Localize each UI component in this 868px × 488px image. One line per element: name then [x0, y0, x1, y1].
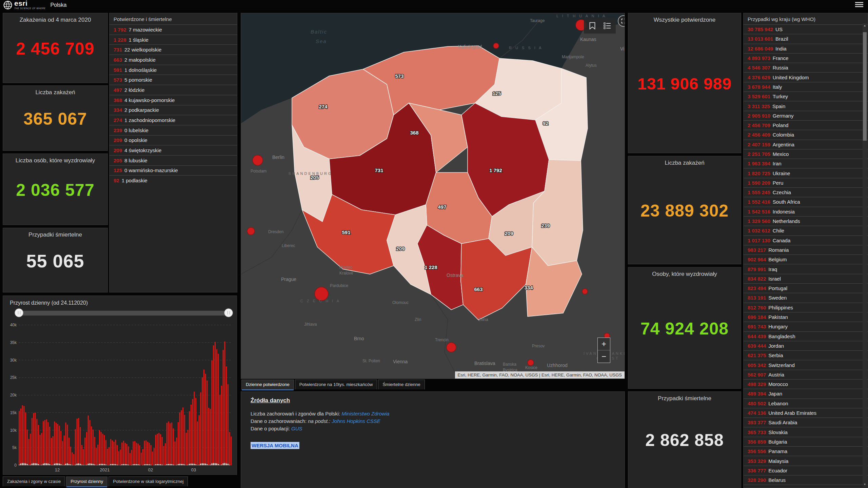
- chart-tab-tab[interactable]: Potwierdzone w skali logarytmicznej: [108, 476, 188, 486]
- list-item[interactable]: 902 964Belgium: [744, 255, 868, 264]
- country-list[interactable]: 30 785 942US13 013 601Brazil12 686 049In…: [744, 24, 868, 488]
- map-tab-active[interactable]: Dzienne potwierdzone: [241, 380, 294, 389]
- map-tab-tab[interactable]: Śmiertelne dzienne: [378, 380, 425, 389]
- list-item[interactable]: 365 733Slovakia: [744, 427, 868, 436]
- list-item[interactable]: 5911 dolnośląskie: [110, 65, 237, 75]
- list-item[interactable]: 328 290Belarus: [744, 475, 868, 485]
- country-list-scrollbar[interactable]: ▲ ▼: [863, 23, 867, 487]
- case-cluster-dot[interactable]: [315, 287, 328, 301]
- list-item[interactable]: 1 017 130Canada: [744, 236, 868, 245]
- list-item[interactable]: 356 556Panama: [744, 446, 868, 456]
- list-item[interactable]: 12 686 049India: [744, 44, 868, 53]
- list-item[interactable]: 879 991Iraq: [744, 264, 868, 273]
- case-cluster-dot[interactable]: [528, 360, 534, 366]
- list-item[interactable]: 1 7927 mazowieckie: [110, 24, 237, 35]
- svg-text:25k: 25k: [10, 375, 17, 380]
- list-item[interactable]: 4 546 307Russia: [744, 63, 868, 72]
- map-tab-tab[interactable]: Potwierdzone na 10tys. mieszkańców: [295, 380, 377, 389]
- list-item[interactable]: 2090 opolskie: [110, 135, 237, 145]
- list-item[interactable]: 2741 zachodniopomorskie: [110, 115, 237, 125]
- list-item[interactable]: 307 676Kazakhstan: [744, 485, 868, 488]
- zoom-in-button[interactable]: +: [598, 338, 610, 350]
- list-item[interactable]: 1 552 416South Africa: [744, 197, 868, 206]
- list-item[interactable]: 921 podlaskie: [110, 175, 237, 185]
- list-item[interactable]: 2 905 910Germany: [744, 111, 868, 120]
- list-item[interactable]: 813 191Sweden: [744, 293, 868, 302]
- list-item[interactable]: 1 820 725Ukraine: [744, 168, 868, 178]
- list-item[interactable]: 498 329Morocco: [744, 379, 868, 389]
- mobile-version-link[interactable]: WERSJA MOBILNA: [251, 442, 299, 449]
- list-item[interactable]: 489 394Japan: [744, 389, 868, 398]
- list-item[interactable]: 2 251 705Mexico: [744, 149, 868, 159]
- list-item[interactable]: 356 859Bulgaria: [744, 437, 868, 446]
- list-item[interactable]: 73122 wielkopolskie: [110, 44, 237, 55]
- list-item[interactable]: 2390 lubelskie: [110, 125, 237, 135]
- list-item[interactable]: 2094 świętokrzyskie: [110, 145, 237, 155]
- list-item[interactable]: 644 439Bangladesh: [744, 331, 868, 341]
- chart-tab-active[interactable]: Przyrost dzienny: [66, 476, 107, 486]
- list-item[interactable]: 3 311 325Spain: [744, 101, 868, 110]
- case-cluster-dot[interactable]: [247, 227, 255, 235]
- hamburger-menu-icon[interactable]: [855, 2, 863, 8]
- ministry-of-health-link[interactable]: Ministerstwo Zdrowia: [341, 411, 389, 416]
- johns-hopkins-link[interactable]: Johns Hopkins CSSE: [332, 418, 380, 424]
- gus-link[interactable]: GUS: [291, 426, 302, 431]
- list-item[interactable]: 639 444Jordan: [744, 341, 868, 350]
- scroll-up-icon[interactable]: ▲: [863, 23, 867, 28]
- poland-choropleth-map[interactable]: BalticSeaKaliningradR U S S I ATaurageL …: [241, 13, 625, 379]
- deaths-and-region: 4 kujawsko-pomorskie: [124, 97, 175, 103]
- map-panel[interactable]: BalticSeaKaliningradR U S S I ATaurageL …: [241, 13, 625, 379]
- list-item[interactable]: 3 678 944Italy: [744, 82, 868, 92]
- chart-tab-tab[interactable]: Zakażenia i zgony w czasie: [3, 476, 65, 486]
- list-item[interactable]: 353 329Malaysia: [744, 456, 868, 465]
- list-item[interactable]: 1 542 516Indonesia: [744, 207, 868, 216]
- list-item[interactable]: 30 785 942US: [744, 24, 868, 34]
- list-item[interactable]: 1 590 209Peru: [744, 178, 868, 187]
- list-item[interactable]: 834 822Israel: [744, 274, 868, 283]
- list-item[interactable]: 983 217Romania: [744, 245, 868, 255]
- list-item[interactable]: 13 013 601Brazil: [744, 34, 868, 43]
- case-cluster-dot[interactable]: [493, 43, 499, 48]
- scroll-down-icon[interactable]: ▼: [863, 482, 867, 487]
- svg-text:10k: 10k: [10, 428, 17, 433]
- list-item[interactable]: 336 777Ecuador: [744, 466, 868, 475]
- list-item[interactable]: 474 136United Arab Emirates: [744, 408, 868, 418]
- zoom-out-button[interactable]: −: [598, 350, 610, 363]
- daily-growth-bar-chart[interactable]: 05k10k15k20k25k30k35k40k1220210203: [3, 296, 237, 474]
- list-item[interactable]: 3342 podkarpackie: [110, 105, 237, 115]
- list-item[interactable]: 2 407 159Argentina: [744, 140, 868, 149]
- bookmark-icon[interactable]: [587, 20, 598, 32]
- list-item[interactable]: 1 963 394Iran: [744, 159, 868, 168]
- list-item[interactable]: 812 760Philippines: [744, 303, 868, 312]
- case-cluster-dot[interactable]: [253, 155, 263, 165]
- list-item[interactable]: 1 555 245Czechia: [744, 187, 868, 197]
- case-cluster-dot[interactable]: [447, 343, 456, 352]
- list-item[interactable]: 1 032 612Chile: [744, 226, 868, 235]
- list-item[interactable]: 1 329 560Netherlands: [744, 216, 868, 226]
- list-item[interactable]: 3 529 601Turkey: [744, 92, 868, 101]
- list-item[interactable]: 823 494Portugal: [744, 283, 868, 293]
- list-item[interactable]: 605 342Switzerland: [744, 360, 868, 369]
- country-name: Chile: [773, 228, 784, 233]
- legend-list-icon[interactable]: [601, 20, 613, 32]
- list-item[interactable]: 2058 lubuskie: [110, 155, 237, 165]
- list-item[interactable]: 6632 małopolskie: [110, 55, 237, 65]
- list-item[interactable]: 691 743Hungary: [744, 322, 868, 331]
- list-item[interactable]: 2 456 409Colombia: [744, 130, 868, 139]
- list-item[interactable]: 2 456 709Poland: [744, 120, 868, 130]
- list-item[interactable]: 3684 kujawsko-pomorskie: [110, 95, 237, 105]
- list-item[interactable]: 4 376 629United Kingdom: [744, 72, 868, 82]
- list-item[interactable]: 4 893 973France: [744, 53, 868, 63]
- list-item[interactable]: 1250 warmińsko-mazurskie: [110, 165, 237, 176]
- list-item[interactable]: 5735 pomorskie: [110, 75, 237, 85]
- case-cluster-dot[interactable]: [582, 289, 588, 294]
- list-item[interactable]: 562 907Austria: [744, 370, 868, 379]
- voivodeship-list[interactable]: 1 7927 mazowieckie1 2281 śląskie73122 wi…: [110, 24, 237, 185]
- scrollbar-thumb[interactable]: [863, 32, 867, 141]
- list-item[interactable]: 621 375Serbia: [744, 350, 868, 360]
- list-item[interactable]: 393 377Saudi Arabia: [744, 418, 868, 427]
- list-item[interactable]: 696 184Pakistan: [744, 312, 868, 322]
- list-item[interactable]: 4972 łódzkie: [110, 85, 237, 95]
- list-item[interactable]: 1 2281 śląskie: [110, 35, 237, 45]
- list-item[interactable]: 480 502Lebanon: [744, 399, 868, 408]
